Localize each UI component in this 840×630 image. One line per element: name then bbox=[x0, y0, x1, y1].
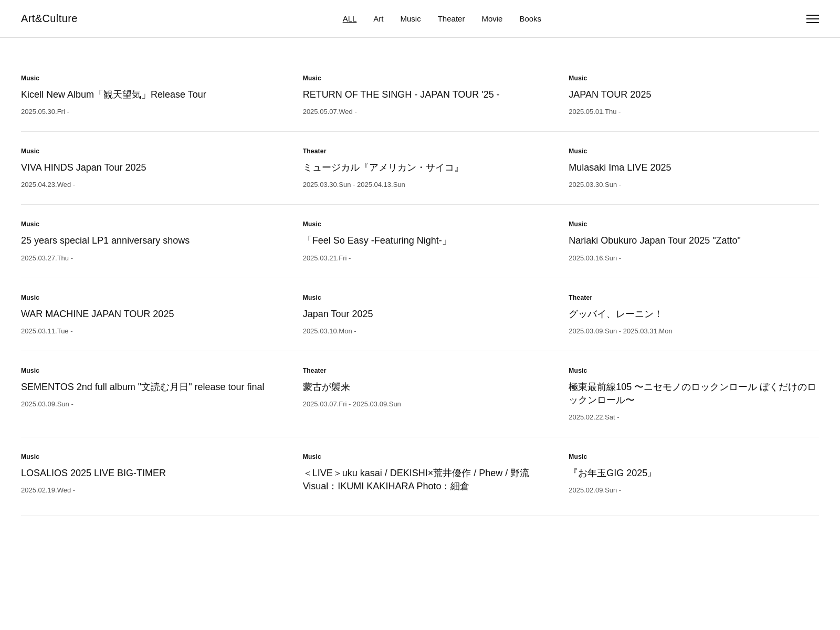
card-title: LOSALIOS 2025 LIVE BIG-TIMER bbox=[21, 467, 271, 480]
card-item[interactable]: MusicWAR MACHINE JAPAN TOUR 20252025.03.… bbox=[21, 278, 287, 351]
card-category: Music bbox=[21, 75, 271, 82]
card-category: Music bbox=[303, 75, 538, 82]
card-date: 2025.02.19.Wed - bbox=[21, 486, 271, 494]
card-category: Music bbox=[569, 367, 819, 374]
card-title: 『お年玉GIG 2025』 bbox=[569, 467, 819, 480]
card-category: Music bbox=[569, 220, 819, 228]
card-category: Music bbox=[303, 453, 538, 460]
card-item[interactable]: MusicJapan Tour 20252025.03.10.Mon - bbox=[287, 278, 553, 351]
card-date: 2025.03.16.Sun - bbox=[569, 254, 819, 262]
card-date: 2025.03.30.Sun - bbox=[569, 181, 819, 188]
hamburger-menu[interactable] bbox=[806, 15, 819, 23]
nav-item-art[interactable]: Art bbox=[373, 14, 383, 23]
card-item[interactable]: MusicMulasaki Ima LIVE 20252025.03.30.Su… bbox=[553, 132, 819, 205]
card-title: ミュージカル『アメリカン・サイコ』 bbox=[303, 161, 538, 174]
card-date: 2025.02.22.Sat - bbox=[569, 413, 819, 421]
card-item[interactable]: MusicKicell New Album「観天望気」Release Tour2… bbox=[21, 59, 287, 132]
card-category: Theater bbox=[569, 294, 819, 301]
card-item[interactable]: MusicNariaki Obukuro Japan Tour 2025 "Za… bbox=[553, 205, 819, 278]
main-nav: ALLArtMusicTheaterMovieBooks bbox=[343, 14, 541, 23]
card-item[interactable]: MusicJAPAN TOUR 20252025.05.01.Thu - bbox=[553, 59, 819, 132]
card-date: 2025.03.27.Thu - bbox=[21, 254, 271, 262]
card-category: Music bbox=[569, 148, 819, 155]
nav-item-all[interactable]: ALL bbox=[343, 14, 357, 23]
card-title: VIVA HINDS Japan Tour 2025 bbox=[21, 161, 271, 174]
site-logo: Art&Culture bbox=[21, 13, 78, 25]
card-category: Music bbox=[21, 220, 271, 228]
card-date: 2025.03.09.Sun - bbox=[21, 400, 271, 408]
card-date: 2025.03.30.Sun - 2025.04.13.Sun bbox=[303, 181, 538, 188]
card-item[interactable]: Music＜LIVE＞uku kasai / DEKISHI×荒井優作 / Ph… bbox=[287, 437, 553, 516]
nav-item-music[interactable]: Music bbox=[401, 14, 421, 23]
card-item[interactable]: MusicRETURN OF THE SINGH - JAPAN TOUR '2… bbox=[287, 59, 553, 132]
main-content: MusicKicell New Album「観天望気」Release Tour2… bbox=[0, 38, 840, 516]
card-date: 2025.02.09.Sun - bbox=[569, 486, 819, 494]
nav-item-theater[interactable]: Theater bbox=[438, 14, 465, 23]
site-header: Art&Culture ALLArtMusicTheaterMovieBooks bbox=[0, 0, 840, 38]
card-category: Music bbox=[569, 75, 819, 82]
card-title: 25 years special LP1 anniversary shows bbox=[21, 234, 271, 247]
card-category: Music bbox=[303, 220, 538, 228]
card-item[interactable]: Theater蒙古が襲来2025.03.07.Fri - 2025.03.09.… bbox=[287, 351, 553, 437]
card-title: JAPAN TOUR 2025 bbox=[569, 88, 819, 101]
card-date: 2025.04.23.Wed - bbox=[21, 181, 271, 188]
card-category: Music bbox=[21, 367, 271, 374]
card-title: Nariaki Obukuro Japan Tour 2025 "Zatto" bbox=[569, 234, 819, 247]
card-title: SEMENTOS 2nd full album "文読む月日" release … bbox=[21, 381, 271, 394]
card-category: Theater bbox=[303, 148, 538, 155]
card-date: 2025.05.01.Thu - bbox=[569, 108, 819, 116]
card-date: 2025.05.30.Fri - bbox=[21, 108, 271, 116]
nav-item-movie[interactable]: Movie bbox=[481, 14, 502, 23]
card-title: ＜LIVE＞uku kasai / DEKISHI×荒井優作 / Phew / … bbox=[303, 467, 538, 493]
card-title: RETURN OF THE SINGH - JAPAN TOUR '25 - bbox=[303, 88, 538, 101]
card-category: Theater bbox=[303, 367, 538, 374]
card-item[interactable]: Music極東最前線105 〜ニセモノのロックンロール ぼくだけのロックンロール… bbox=[553, 351, 819, 437]
card-date: 2025.03.21.Fri - bbox=[303, 254, 538, 262]
card-item[interactable]: MusicLOSALIOS 2025 LIVE BIG-TIMER2025.02… bbox=[21, 437, 287, 516]
card-title: グッバイ、レーニン！ bbox=[569, 308, 819, 321]
card-date: 2025.03.07.Fri - 2025.03.09.Sun bbox=[303, 400, 538, 408]
card-item[interactable]: Theaterグッバイ、レーニン！2025.03.09.Sun - 2025.0… bbox=[553, 278, 819, 351]
card-item[interactable]: Music「Feel So Easy -Featuring Night-」202… bbox=[287, 205, 553, 278]
card-title: Mulasaki Ima LIVE 2025 bbox=[569, 161, 819, 174]
card-title: 蒙古が襲来 bbox=[303, 381, 538, 394]
card-date: 2025.03.09.Sun - 2025.03.31.Mon bbox=[569, 327, 819, 335]
card-category: Music bbox=[21, 453, 271, 460]
card-item[interactable]: MusicVIVA HINDS Japan Tour 20252025.04.2… bbox=[21, 132, 287, 205]
card-title: 極東最前線105 〜ニセモノのロックンロール ぼくだけのロックンロール〜 bbox=[569, 381, 819, 407]
card-item[interactable]: Music『お年玉GIG 2025』2025.02.09.Sun - bbox=[553, 437, 819, 516]
card-title: 「Feel So Easy -Featuring Night-」 bbox=[303, 234, 538, 247]
card-date: 2025.05.07.Wed - bbox=[303, 108, 538, 116]
card-category: Music bbox=[303, 294, 538, 301]
card-title: Kicell New Album「観天望気」Release Tour bbox=[21, 88, 271, 101]
card-title: Japan Tour 2025 bbox=[303, 308, 538, 321]
nav-item-books[interactable]: Books bbox=[519, 14, 541, 23]
card-date: 2025.03.10.Mon - bbox=[303, 327, 538, 335]
card-category: Music bbox=[21, 294, 271, 301]
cards-grid: MusicKicell New Album「観天望気」Release Tour2… bbox=[21, 59, 819, 516]
card-item[interactable]: Music25 years special LP1 anniversary sh… bbox=[21, 205, 287, 278]
card-category: Music bbox=[569, 453, 819, 460]
card-category: Music bbox=[21, 148, 271, 155]
card-date: 2025.03.11.Tue - bbox=[21, 327, 271, 335]
card-item[interactable]: MusicSEMENTOS 2nd full album "文読む月日" rel… bbox=[21, 351, 287, 437]
card-item[interactable]: Theaterミュージカル『アメリカン・サイコ』2025.03.30.Sun -… bbox=[287, 132, 553, 205]
card-title: WAR MACHINE JAPAN TOUR 2025 bbox=[21, 308, 271, 321]
